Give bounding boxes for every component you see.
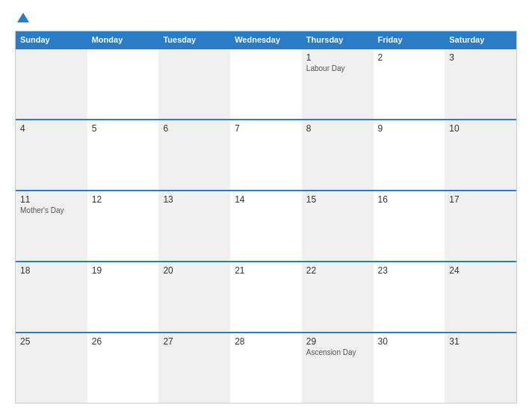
cal-cell: 24 (445, 262, 516, 332)
day-number: 8 (306, 123, 369, 134)
cal-cell: 20 (158, 262, 230, 332)
day-number: 27 (163, 336, 226, 347)
day-number: 25 (20, 336, 83, 347)
cal-cell: 21 (230, 262, 302, 332)
cal-cell: 26 (87, 333, 159, 403)
day-number: 4 (20, 123, 83, 134)
calendar-body: 1Labour Day234567891011Mother's Day12131… (16, 48, 516, 403)
day-event: Mother's Day (20, 206, 83, 214)
cal-cell: 13 (158, 191, 230, 261)
cal-cell: 16 (374, 191, 445, 261)
day-number: 11 (20, 194, 83, 205)
cal-cell: 3 (445, 49, 516, 119)
cal-cell: 30 (374, 333, 445, 403)
cal-cell: 14 (230, 191, 302, 261)
cal-cell: 4 (16, 120, 87, 190)
weekday-header-row: SundayMondayTuesdayWednesdayThursdayFrid… (16, 31, 516, 48)
cal-cell: 22 (302, 262, 374, 332)
day-number: 13 (163, 194, 226, 205)
week-row-3: 11Mother's Day121314151617 (16, 190, 516, 261)
header (15, 13, 517, 23)
day-number: 30 (378, 336, 441, 347)
weekday-header-sunday: Sunday (16, 31, 87, 48)
weekday-header-monday: Monday (87, 31, 159, 48)
day-number: 18 (20, 265, 83, 276)
day-number: 24 (449, 265, 512, 276)
cal-cell: 12 (87, 191, 159, 261)
day-event: Ascension Day (306, 348, 369, 356)
day-number: 29 (306, 336, 369, 347)
day-number: 6 (163, 123, 226, 134)
cal-cell: 8 (302, 120, 374, 190)
cal-cell: 29Ascension Day (302, 333, 374, 403)
cal-cell: 25 (16, 333, 87, 403)
day-number: 12 (92, 194, 155, 205)
cal-cell: 27 (158, 333, 230, 403)
cal-cell: 17 (445, 191, 516, 261)
week-row-2: 45678910 (16, 119, 516, 190)
cal-cell: 15 (302, 191, 374, 261)
weekday-header-wednesday: Wednesday (230, 31, 302, 48)
week-row-1: 1Labour Day23 (16, 48, 516, 119)
cal-cell: 23 (374, 262, 445, 332)
day-number: 5 (92, 123, 155, 134)
cal-cell (87, 49, 159, 119)
day-number: 15 (306, 194, 369, 205)
day-number: 16 (378, 194, 441, 205)
day-number: 23 (378, 265, 441, 276)
week-row-4: 18192021222324 (16, 261, 516, 332)
day-number: 3 (449, 52, 512, 63)
day-number: 14 (235, 194, 297, 205)
day-number: 2 (378, 52, 441, 63)
calendar: SundayMondayTuesdayWednesdayThursdayFrid… (15, 31, 517, 404)
cal-cell: 1Labour Day (302, 49, 374, 119)
logo (15, 13, 29, 23)
day-number: 21 (235, 265, 297, 276)
cal-cell: 28 (230, 333, 302, 403)
cal-cell: 19 (87, 262, 159, 332)
day-number: 7 (235, 123, 297, 134)
day-number: 20 (163, 265, 226, 276)
weekday-header-thursday: Thursday (302, 31, 374, 48)
weekday-header-tuesday: Tuesday (158, 31, 230, 48)
cal-cell: 31 (445, 333, 516, 403)
cal-cell (158, 49, 230, 119)
day-number: 9 (378, 123, 441, 134)
cal-cell (16, 49, 87, 119)
cal-cell: 5 (87, 120, 159, 190)
day-number: 28 (235, 336, 297, 347)
cal-cell: 18 (16, 262, 87, 332)
day-number: 1 (306, 52, 369, 63)
day-number: 17 (449, 194, 512, 205)
weekday-header-friday: Friday (374, 31, 445, 48)
week-row-5: 2526272829Ascension Day3031 (16, 332, 516, 403)
cal-cell: 10 (445, 120, 516, 190)
cal-cell: 6 (158, 120, 230, 190)
cal-cell: 2 (374, 49, 445, 119)
cal-cell: 11Mother's Day (16, 191, 87, 261)
cal-cell: 7 (230, 120, 302, 190)
cal-cell: 9 (374, 120, 445, 190)
day-number: 19 (92, 265, 155, 276)
day-number: 10 (449, 123, 512, 134)
cal-cell (230, 49, 302, 119)
logo-triangle-icon (17, 13, 29, 22)
day-number: 31 (449, 336, 512, 347)
day-event: Labour Day (306, 64, 369, 72)
weekday-header-saturday: Saturday (445, 31, 516, 48)
day-number: 22 (306, 265, 369, 276)
day-number: 26 (92, 336, 155, 347)
calendar-page: SundayMondayTuesdayWednesdayThursdayFrid… (0, 0, 532, 411)
